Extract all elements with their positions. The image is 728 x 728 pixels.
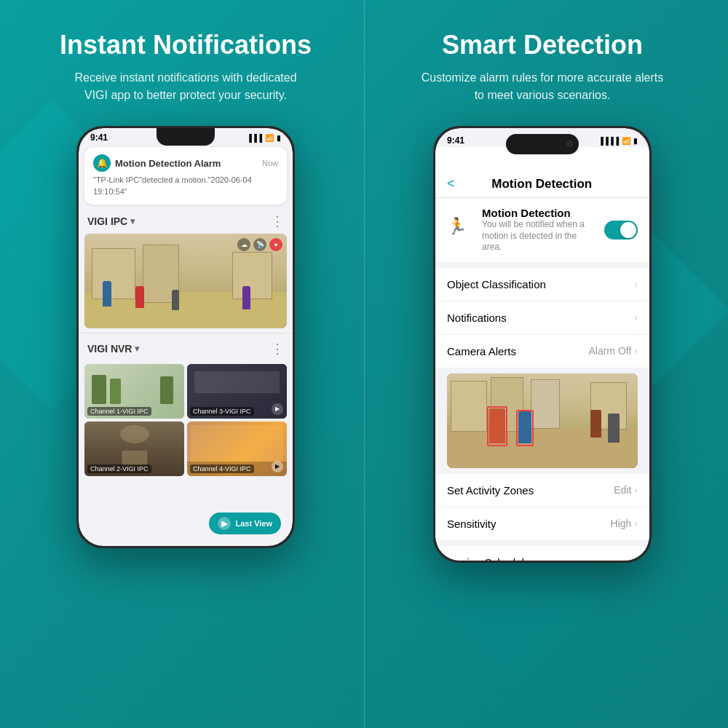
vigi-nvr-dots-icon[interactable]: ⋮ xyxy=(271,341,284,357)
left-subtitle: Receive instant notifications with dedic… xyxy=(62,69,309,104)
vigi-ipc-section: VIGI IPC ▾ ⋮ xyxy=(84,209,287,328)
vigi-nvr-title-row: VIGI NVR ▾ xyxy=(87,343,139,355)
sensitivity-value-text: High xyxy=(611,518,632,529)
phone-notch-left xyxy=(157,128,215,146)
motion-toggle[interactable] xyxy=(604,221,638,240)
runner-icon: 🏃 xyxy=(447,217,473,243)
vigi-nvr-section: VIGI NVR ▾ ⋮ Channel 1-VIGI IPC xyxy=(84,336,287,476)
vigi-nvr-dropdown-icon[interactable]: ▾ xyxy=(135,344,139,354)
vigi-ipc-dropdown-icon[interactable]: ▾ xyxy=(130,216,135,226)
feed-icon-2: 📡 xyxy=(253,238,266,251)
last-view-button[interactable]: ▶ Last View xyxy=(209,513,281,534)
left-phone: 9:41 ▐▐▐ 📶 ▮ 🔔 Motion Detection Alarm xyxy=(76,126,295,548)
notifications-chevron: › xyxy=(634,312,638,323)
right-subtitle: Customize alarm rules for more accurate … xyxy=(419,69,666,104)
notif-header: 🔔 Motion Detection Alarm Now xyxy=(93,154,278,172)
front-camera-dot xyxy=(566,141,573,148)
main-container: Instant Notifications Receive instant no… xyxy=(0,0,728,728)
motion-description: You will be notified when a motion is de… xyxy=(482,219,596,253)
vigi-ipc-dots-icon[interactable]: ⋮ xyxy=(271,213,284,229)
vigi-ipc-header: VIGI IPC ▾ ⋮ xyxy=(84,209,287,234)
toggle-thumb xyxy=(620,222,636,238)
motion-detection-row: 🏃 Motion Detection You will be notified … xyxy=(435,198,649,262)
activity-zones-value-text: Edit xyxy=(614,484,631,496)
object-classification-chevron: › xyxy=(634,278,638,290)
sensitivity-value: High › xyxy=(611,518,638,529)
left-phone-screen: 9:41 ▐▐▐ 📶 ▮ 🔔 Motion Detection Alarm xyxy=(79,128,293,546)
back-button[interactable]: < xyxy=(447,176,455,191)
notif-icon-title: 🔔 Motion Detection Alarm xyxy=(93,154,221,172)
signal-icon: ▐▐▐ xyxy=(247,134,262,142)
notif-time: Now xyxy=(262,159,278,167)
notification-card: 🔔 Motion Detection Alarm Now "TP-Link IP… xyxy=(84,147,287,205)
settings-group-2: Set Activity Zones Edit › Sensitivity Hi… xyxy=(435,474,649,540)
feed-recording-icon: ● xyxy=(269,238,282,251)
activity-zones-label: Set Activity Zones xyxy=(447,484,534,496)
sensitivity-row[interactable]: Sensitivity High › xyxy=(435,507,649,540)
activity-zones-row[interactable]: Set Activity Zones Edit › xyxy=(435,474,649,507)
motion-text-block: Motion Detection You will be notified wh… xyxy=(482,207,596,253)
right-nav-bar: < Motion Detection xyxy=(435,147,649,198)
nvr-channel-4[interactable]: ▶ Channel 4-VIGI IPC xyxy=(187,422,287,476)
camera-alerts-value: Alarm Off › xyxy=(588,345,638,357)
battery-icon: ▮ xyxy=(277,134,281,142)
feed-overlay: ☁ 📡 ● xyxy=(237,238,282,251)
camera-alerts-chevron: › xyxy=(634,345,638,357)
last-view-label: Last View xyxy=(235,519,272,528)
vigi-nvr-label: VIGI NVR xyxy=(87,343,132,355)
wifi-icon: 📶 xyxy=(265,134,274,142)
camera-alerts-label: Camera Alerts xyxy=(447,345,516,357)
nvr-channel-2[interactable]: Channel 2-VIGI IPC xyxy=(84,422,184,476)
right-phone: 9:41 ▐▐▐▐ 📶 ▮ < Motion Detection 🏃 xyxy=(433,126,652,563)
nvr-channel-3[interactable]: ▶ Channel 3-VIGI IPC xyxy=(187,364,287,419)
vigi-ipc-title-row: VIGI IPC ▾ xyxy=(87,215,135,227)
last-view-play-icon: ▶ xyxy=(218,517,231,530)
vigi-ipc-label: VIGI IPC xyxy=(87,215,127,227)
activity-zones-value: Edit › xyxy=(614,484,638,496)
camera-alerts-value-text: Alarm Off xyxy=(588,345,631,357)
right-battery-icon: ▮ xyxy=(633,137,638,145)
ch2-label: Channel 2-VIGI IPC xyxy=(87,464,151,473)
object-classification-row[interactable]: Object Classification › xyxy=(435,268,649,301)
settings-group-1: Object Classification › Notifications › … xyxy=(435,268,649,368)
right-camera-preview xyxy=(447,373,638,468)
arming-schedule-label: Arming Schedule xyxy=(447,556,530,561)
museum-feed-right xyxy=(447,373,638,468)
right-status-icons: ▐▐▐▐ 📶 ▮ xyxy=(598,137,638,145)
settings-group-3: Arming Schedule › xyxy=(435,546,649,561)
right-signal-icon: ▐▐▐▐ xyxy=(598,137,619,145)
ch4-label: Channel 4-VIGI IPC xyxy=(190,464,254,473)
nvr-grid: Channel 1-VIGI IPC ▶ Channel 3-VIGI IPC xyxy=(84,364,287,476)
right-phone-screen: 9:41 ▐▐▐▐ 📶 ▮ < Motion Detection 🏃 xyxy=(435,128,649,561)
camera-alerts-row[interactable]: Camera Alerts Alarm Off › xyxy=(435,335,649,368)
notif-icon: 🔔 xyxy=(93,154,111,172)
left-title: Instant Notifications xyxy=(60,29,312,60)
notif-title: Motion Detection Alarm xyxy=(115,158,221,169)
vigi-ipc-feed: ☁ 📡 ● xyxy=(84,234,287,328)
phone-notch-right xyxy=(506,134,579,154)
right-title: Smart Detection xyxy=(442,29,643,60)
right-panel: Smart Detection Customize alarm rules fo… xyxy=(364,0,728,728)
nvr-channel-1[interactable]: Channel 1-VIGI IPC xyxy=(84,364,184,419)
sensitivity-label: Sensitivity xyxy=(447,518,496,530)
ch1-label: Channel 1-VIGI IPC xyxy=(87,407,151,416)
feed-icon-1: ☁ xyxy=(237,238,250,251)
left-status-icons: ▐▐▐ 📶 ▮ xyxy=(247,134,281,142)
arming-schedule-value: › xyxy=(634,556,638,561)
notif-body: "TP-Link IPC"detected a motion."2020-06-… xyxy=(93,175,278,197)
notifications-value: › xyxy=(634,312,638,323)
right-time: 9:41 xyxy=(447,135,464,146)
motion-label: Motion Detection xyxy=(482,207,596,219)
notifications-row[interactable]: Notifications › xyxy=(435,301,649,335)
sensitivity-chevron: › xyxy=(634,518,638,529)
left-panel: Instant Notifications Receive instant no… xyxy=(0,0,364,728)
object-classification-label: Object Classification xyxy=(447,278,546,290)
section-divider xyxy=(79,333,293,333)
vigi-nvr-header: VIGI NVR ▾ ⋮ xyxy=(84,336,287,361)
activity-zones-chevron: › xyxy=(634,484,638,496)
left-time: 9:41 xyxy=(90,132,108,143)
object-classification-value: › xyxy=(634,278,638,290)
arming-schedule-chevron: › xyxy=(634,556,638,561)
arming-schedule-row[interactable]: Arming Schedule › xyxy=(435,546,649,561)
nav-title: Motion Detection xyxy=(464,177,620,191)
